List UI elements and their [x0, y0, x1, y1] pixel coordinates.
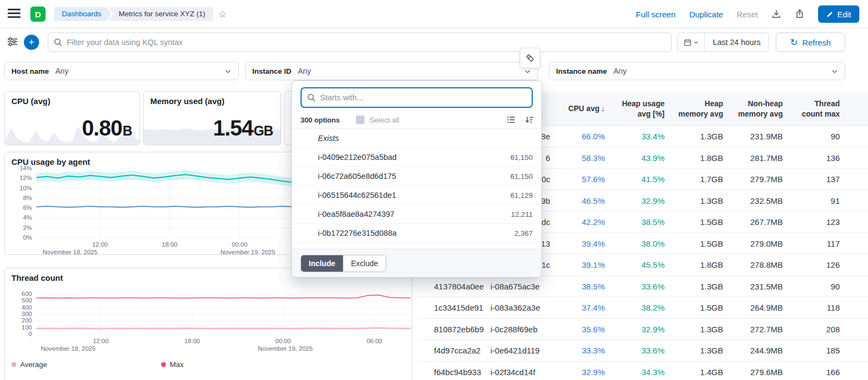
deployment-logo[interactable]: D [30, 7, 46, 22]
popover-option[interactable]: i-06515644c62561de161,129 [292, 186, 541, 205]
cell-heap_mem: 1.5GB [667, 297, 723, 319]
include-button[interactable]: Include [301, 255, 343, 272]
x-axis-date-label: November 18, 2025 [41, 345, 95, 352]
cell-heap_usage: 32.9% [609, 190, 665, 212]
cell-host: 810872eb6b9 [434, 319, 489, 340]
y-axis-label: 300 [6, 311, 32, 317]
cell-nonheap_mem: 279.7MB [727, 169, 783, 190]
cell-thread_max: 117 [784, 233, 840, 255]
cell-heap_mem: 1.3GB [667, 190, 723, 212]
legend-dot-icon [161, 362, 166, 367]
cell-thread_max: 90 [784, 126, 840, 147]
favorite-star-icon[interactable]: ☆ [219, 9, 227, 20]
cell-heap_mem: 1.8GB [667, 147, 723, 169]
legend-item-max[interactable]: Max [161, 360, 184, 369]
table-row: f4d97cca2a2i-0e6421d11933.3%33.6%1.3GB24… [419, 340, 868, 362]
full-screen-button[interactable]: Full screen [636, 10, 675, 19]
cell-nonheap_mem: 267.7MB [727, 211, 783, 233]
include-exclude-toggle: Include Exclude [301, 255, 386, 272]
cell-instance: i-0c288f69eb [490, 319, 550, 340]
chevron-down-icon [225, 68, 232, 75]
y-axis-label: 600 [6, 291, 32, 297]
cell-thread_max: 136 [784, 147, 840, 169]
option-count: 12,211 [511, 210, 533, 218]
cell-nonheap_mem: 231.9MB [727, 126, 783, 147]
metric-value: 1.54GB [213, 116, 273, 140]
clear-selections-button[interactable] [520, 48, 540, 68]
cell-instance: i-02f34cd14f [490, 362, 550, 380]
x-axis-label: 12:00 [93, 338, 108, 344]
popover-search-input[interactable] [320, 93, 526, 102]
instance-id-popover: 300 options Select all Exists i-0409e212… [291, 80, 542, 278]
x-axis-label: 00:00 [232, 241, 247, 248]
reset-button[interactable]: Reset [737, 10, 758, 19]
exclude-button[interactable]: Exclude [343, 255, 386, 272]
filter-sliders-button[interactable] [4, 35, 21, 50]
kql-search-input[interactable] [67, 38, 666, 47]
cell-cpu: 39.1% [549, 254, 605, 276]
cell-thread_max: 208 [784, 319, 840, 340]
cell-nonheap_mem: 279.0MB [727, 233, 783, 255]
dashboard-app: D Dashboards Metrics for service XYZ (1)… [0, 0, 868, 380]
popover-option[interactable]: i-0b172276e315d088a2,367 [292, 224, 541, 243]
add-filter-button[interactable]: + [24, 35, 39, 50]
share-icon[interactable] [795, 9, 805, 19]
time-range-value[interactable]: Last 24 hours [705, 33, 769, 51]
list-view-icon[interactable] [507, 115, 515, 124]
column-header[interactable]: Threadcount max [764, 92, 840, 125]
sort-icon[interactable] [525, 115, 534, 124]
popover-option[interactable]: i-0ea5f8ae8a427439712,211 [292, 205, 541, 224]
y-axis-label: 0 [6, 331, 32, 337]
cell-nonheap_mem: 231.5MB [727, 276, 783, 298]
top-actions: Full screen Duplicate Reset Edit [636, 0, 859, 28]
popover-option[interactable]: i-007ede2d35ea1b1531,596 [292, 243, 541, 249]
y-axis-label: 12% [6, 175, 32, 181]
cell-heap_usage: 32.9% [609, 319, 665, 340]
cell-instance: i-0e6421d119 [490, 340, 550, 362]
popover-option[interactable]: i-06c72a605e8d6d17561,150 [292, 167, 541, 186]
cell-nonheap_mem: 281.7MB [727, 147, 783, 169]
cell-heap_usage: 38.2% [609, 297, 665, 319]
select-all-checkbox[interactable]: Select all [356, 115, 399, 124]
option-count: 2,367 [514, 229, 533, 237]
breadcrumb-dashboards[interactable]: Dashboards [54, 7, 111, 21]
control-host-name[interactable]: Host name Any [4, 62, 239, 80]
popover-option-exists[interactable]: Exists [292, 129, 541, 148]
breadcrumb-current[interactable]: Metrics for service XYZ (1) [108, 7, 213, 21]
duplicate-button[interactable]: Duplicate [689, 10, 723, 19]
cell-thread_max: 126 [784, 254, 840, 276]
cell-heap_usage: 43.9% [609, 147, 665, 169]
chevron-down-icon [693, 40, 699, 45]
table-row: 810872eb6b9i-0c288f69eb35.6%32.9%1.3GB27… [419, 319, 868, 340]
cell-heap_mem: 1.3GB [667, 340, 723, 362]
table-row: f64bc94b933i-02f34cd14f32.9%34.3%1.4GB27… [419, 362, 868, 380]
calendar-button[interactable] [678, 33, 705, 51]
cell-cpu: 46.5% [549, 190, 605, 212]
y-axis-label: 200 [6, 317, 32, 324]
cell-nonheap_mem: 244.9MB [727, 340, 783, 362]
edit-button[interactable]: Edit [818, 5, 859, 23]
control-instance-name[interactable]: Instance name Any [549, 62, 845, 80]
legend-dot-icon [11, 362, 16, 367]
x-axis-label: 18:00 [162, 241, 177, 248]
download-icon[interactable] [771, 9, 781, 19]
option-id: i-0409e212e075a5bad [318, 153, 510, 162]
metric-title: Memory used (avg) [150, 96, 225, 106]
menu-icon[interactable] [8, 9, 21, 20]
cell-heap_mem: 1.5GB [667, 233, 723, 255]
cell-heap_usage: 33.6% [609, 340, 665, 362]
y-axis-label: 400 [6, 304, 32, 311]
control-instance-id[interactable]: Instance ID Any [245, 62, 538, 80]
query-toolbar: + Last 24 hours ↻ Refresh [0, 33, 868, 52]
cell-thread_max: 137 [784, 169, 840, 190]
thread-count-plot [36, 294, 411, 334]
legend-item-average[interactable]: Average [11, 360, 47, 369]
popover-option[interactable]: i-0409e212e075a5bad61,150 [292, 148, 541, 167]
x-axis-label: 06:00 [367, 338, 382, 344]
cell-heap_mem: 1.5GB [667, 211, 723, 233]
cell-heap_usage: 38.0% [609, 233, 665, 255]
option-count: 61,150 [510, 153, 533, 162]
refresh-button[interactable]: ↻ Refresh [776, 33, 845, 52]
chart-title: Thread count [11, 273, 63, 282]
cell-instance: i-08a675ac3e [490, 276, 550, 298]
